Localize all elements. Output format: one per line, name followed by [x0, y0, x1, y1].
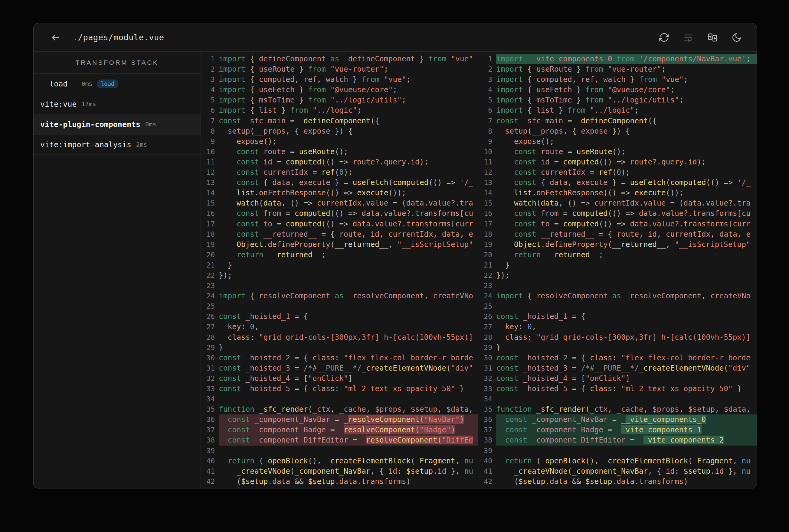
code-line[interactable]: 19 Object.defineProperty(__returned__, "… [201, 240, 478, 250]
code-line[interactable]: 31const _hoisted_3 = /*#__PURE__*/_creat… [478, 363, 757, 373]
code-line[interactable]: 39 [478, 445, 757, 456]
code-pane-before[interactable]: 1import { defineComponent as _defineComp… [201, 52, 478, 488]
code-line[interactable]: 29} [201, 342, 478, 353]
code-line[interactable]: 23 [478, 281, 757, 291]
code-line[interactable]: 20 return __returned__; [478, 250, 757, 260]
code-line[interactable]: 9 expose(); [478, 136, 757, 147]
code-line[interactable]: 25 [201, 301, 478, 311]
code-line[interactable]: 21 } [201, 260, 478, 270]
dark-mode-icon[interactable] [731, 32, 743, 43]
code-line[interactable]: 30const _hoisted_2 = { class: "flex flex… [478, 353, 757, 363]
code-line[interactable]: 12 const currentIdx = ref(0); [201, 167, 478, 177]
plugin-item--load-[interactable]: __load__0msload [34, 74, 201, 94]
code-line[interactable]: 4import { useFetch } from "@vueuse/core"… [201, 84, 478, 95]
code-line[interactable]: 3import { computed, ref, watch } from "v… [201, 74, 478, 84]
code-line[interactable]: 2import { useRoute } from "vue-router"; [478, 64, 757, 74]
code-line[interactable]: 24import { resolveComponent as _resolveC… [201, 291, 478, 301]
code-line[interactable]: 37 const _component_Badge = _resolveComp… [201, 425, 478, 435]
code-line[interactable]: 6import { list } from "../logic"; [478, 105, 757, 115]
code-line[interactable]: 38 const _component_DiffEditor = _resolv… [201, 435, 478, 445]
code-line[interactable]: 7const _sfc_main = _defineComponent({ [201, 116, 478, 126]
plugin-item-vite-vue[interactable]: vite:vue17ms [34, 94, 201, 114]
code-line[interactable]: 33const _hoisted_5 = { class: "ml-2 text… [201, 384, 478, 394]
code-line[interactable]: 27 key: 0, [478, 322, 757, 332]
code-line[interactable]: 14 list.onFetchResponse(() => execute())… [478, 188, 757, 198]
refresh-icon[interactable] [658, 32, 670, 43]
code-line[interactable]: 2import { useRoute } from "vue-router"; [201, 64, 478, 74]
code-line[interactable]: 32const _hoisted_4 = ["onClick"] [201, 373, 478, 384]
plugin-item-vite-plugin-components[interactable]: vite-plugin-components0ms [34, 114, 201, 134]
code-line[interactable]: 26const _hoisted_1 = { [478, 311, 757, 322]
code-line[interactable]: 21 } [478, 260, 757, 270]
code-line[interactable]: 20 return __returned__; [201, 250, 478, 260]
code-line[interactable]: 22}); [201, 270, 478, 281]
code-line[interactable]: 4import { useFetch } from "@vueuse/core"… [478, 84, 757, 95]
code-line[interactable]: 34 [478, 394, 757, 404]
inline-diff-icon[interactable] [682, 32, 694, 43]
code-line[interactable]: 42 ($setup.data && $setup.data.transform… [201, 476, 478, 487]
split-view-icon[interactable] [707, 32, 718, 43]
code-line[interactable]: 34 [201, 394, 478, 404]
code-line[interactable]: 13 const { data, execute } = useFetch(co… [478, 177, 757, 188]
code-line[interactable]: 30const _hoisted_2 = { class: "flex flex… [201, 353, 478, 363]
code-line[interactable]: 35function _sfc_render(_ctx, _cache, $pr… [478, 404, 757, 414]
code-line[interactable]: 27 key: 0, [201, 322, 478, 332]
code-line[interactable]: 23 [201, 281, 478, 291]
code-line[interactable]: 14 list.onFetchResponse(() => execute())… [201, 188, 478, 198]
code-line[interactable]: 42 ($setup.data && $setup.data.transform… [478, 476, 757, 487]
code-line[interactable]: 39 [201, 445, 478, 456]
code-line[interactable]: 12 const currentIdx = ref(0); [478, 167, 757, 177]
code-line[interactable]: 38 const _component_DiffEditor = __vite_… [478, 435, 757, 445]
code-line[interactable]: 19 Object.defineProperty(__returned__, "… [478, 240, 757, 250]
code-line[interactable]: 31const _hoisted_3 = /*#__PURE__*/_creat… [201, 363, 478, 373]
code-line[interactable]: 35function _sfc_render(_ctx, _cache, $pr… [201, 404, 478, 414]
code-line[interactable]: 1import { defineComponent as _defineComp… [201, 54, 478, 64]
code-line[interactable]: 37 const _component_Badge = __vite_compo… [478, 425, 757, 435]
code-line[interactable]: 15 watch(data, () => currentIdx.value = … [478, 198, 757, 208]
code-line[interactable]: 41 _createVNode(_component_NavBar, { id:… [201, 466, 478, 476]
code-line[interactable]: 40 return (_openBlock(), _createElementB… [478, 456, 757, 466]
code-pane-after[interactable]: 1import __vite_components_0 from '/compo… [478, 52, 757, 488]
code-line[interactable]: 40 return (_openBlock(), _createElementB… [201, 456, 478, 466]
code-line[interactable]: 18 const __returned__ = { route, id, cur… [478, 229, 757, 240]
code-line[interactable]: 26const _hoisted_1 = { [201, 311, 478, 322]
code-text: } [219, 260, 478, 270]
code-line[interactable]: 28 class: "grid grid-cols-[300px,3fr] h-… [201, 332, 478, 342]
code-line[interactable]: 8 setup(__props, { expose }) { [201, 126, 478, 136]
code-line[interactable]: 3import { computed, ref, watch } from "v… [478, 74, 757, 84]
code-line[interactable]: 29} [478, 342, 757, 353]
code-line[interactable]: 24import { resolveComponent as _resolveC… [478, 291, 757, 301]
code-line[interactable]: 28 class: "grid grid-cols-[300px,3fr] h-… [478, 332, 757, 342]
code-line[interactable]: 36 const _component_NavBar = _resolveCom… [201, 414, 478, 425]
code-line[interactable]: 1import __vite_components_0 from '/compo… [478, 54, 757, 64]
code-line[interactable]: 5import { msToTime } from "../logic/util… [201, 95, 478, 105]
code-line[interactable]: 16 const from = computed(() => data.valu… [478, 208, 757, 218]
back-button[interactable] [49, 32, 61, 43]
code-line[interactable]: 7const _sfc_main = _defineComponent({ [478, 116, 757, 126]
code-line[interactable]: 18 const __returned__ = { route, id, cur… [201, 229, 478, 240]
code-line[interactable]: 8 setup(__props, { expose }) { [478, 126, 757, 136]
code-line[interactable]: 17 const to = computed(() => data.value?… [201, 219, 478, 229]
plugin-item-vite-import-analysis[interactable]: vite:import-analysis2ms [34, 134, 201, 155]
line-number: 30 [201, 353, 219, 363]
code-line[interactable]: 36 const _component_NavBar = __vite_comp… [478, 414, 757, 425]
code-line[interactable]: 16 const from = computed(() => data.valu… [201, 208, 478, 218]
code-line[interactable]: 6import { list } from "../logic"; [201, 105, 478, 115]
code-line[interactable]: 10 const route = useRoute(); [478, 147, 757, 157]
line-number: 10 [478, 147, 496, 157]
code-line[interactable]: 11 const id = computed(() => route?.quer… [478, 157, 757, 167]
code-line[interactable]: 32const _hoisted_4 = ["onClick"] [478, 373, 757, 384]
code-line[interactable]: 10 const route = useRoute(); [201, 147, 478, 157]
code-line[interactable]: 17 const to = computed(() => data.value?… [478, 219, 757, 229]
code-line[interactable]: 13 const { data, execute } = useFetch(co… [201, 177, 478, 188]
code-line[interactable]: 22}); [478, 270, 757, 281]
code-line[interactable]: 15 watch(data, () => currentIdx.value = … [201, 198, 478, 208]
code-line[interactable]: 33const _hoisted_5 = { class: "ml-2 text… [478, 384, 757, 394]
code-line[interactable]: 25 [478, 301, 757, 311]
code-line[interactable]: 9 expose(); [201, 136, 478, 147]
code-text: const currentIdx = ref(0); [219, 167, 478, 177]
line-number: 9 [478, 136, 496, 147]
code-line[interactable]: 11 const id = computed(() => route?.quer… [201, 157, 478, 167]
code-line[interactable]: 41 _createVNode(_component_NavBar, { id:… [478, 466, 757, 476]
code-line[interactable]: 5import { msToTime } from "../logic/util… [478, 95, 757, 105]
